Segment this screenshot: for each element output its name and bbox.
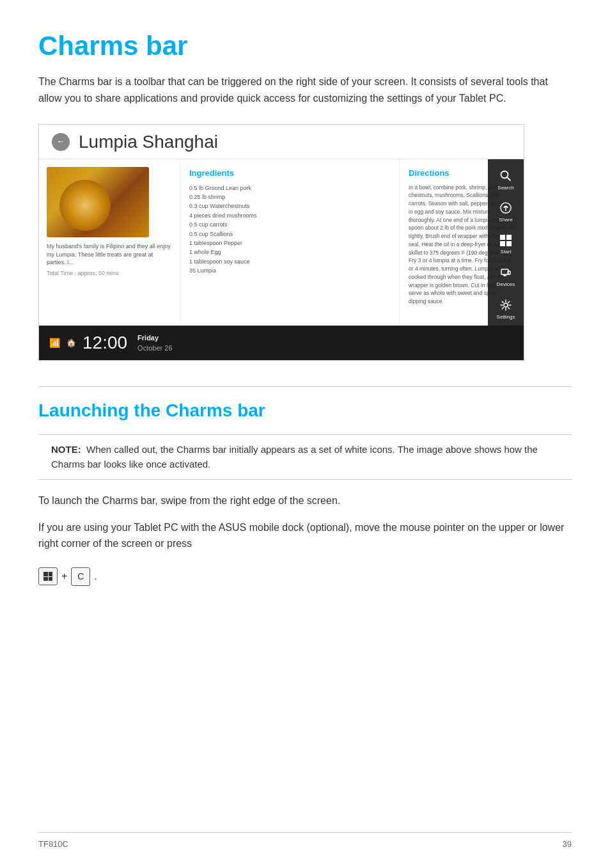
body-paragraph-1: To launch the Charms bar, swipe from the… (38, 493, 572, 509)
ingredients-list: 0.5 lb Ground Lean pork 0.25 lb shrimp 0… (189, 184, 390, 276)
app-title: Lumpia Shanghai (79, 129, 218, 155)
windows-key-icon (43, 572, 52, 581)
ingredients-heading: Ingredients (189, 167, 390, 180)
food-image (47, 167, 149, 237)
date-day: Friday (137, 333, 172, 343)
footer-model: TF810C (38, 838, 68, 851)
note-content: NOTE: When called out, the Charms bar in… (51, 443, 559, 471)
screen-middle-panel: Ingredients 0.5 lb Ground Lean pork 0.25… (180, 159, 399, 326)
ingredient-8: 1 whole Egg (189, 248, 390, 256)
charm-start-label: Start (501, 248, 512, 256)
charm-start: Start (488, 229, 524, 261)
food-description: My husband's family is Filipino and they… (47, 242, 172, 267)
svg-rect-5 (508, 271, 510, 274)
windows-key (38, 567, 58, 585)
period: . (94, 569, 97, 584)
ingredient-7: 1 tablespoon Pepper (189, 239, 390, 248)
plus-symbol: + (61, 569, 67, 584)
status-bar: 📶 🏠 12:00 Friday October 26 (39, 326, 524, 360)
ingredient-10: 35 Lumpia (189, 266, 390, 275)
note-body: When called out, the Charms bar initiall… (51, 444, 538, 470)
charm-share-label: Share (499, 216, 512, 224)
svg-line-1 (507, 177, 510, 180)
c-key: C (71, 567, 90, 586)
key-combo: + C . (38, 567, 97, 586)
charm-devices: Devices (488, 261, 524, 293)
section-heading: Launching the Charms bar (38, 386, 572, 425)
ingredient-5: 0.5 cup carrots (189, 220, 390, 229)
date-display: Friday October 26 (137, 333, 172, 354)
ingredient-2: 0.25 lb shrimp (189, 193, 390, 201)
app-header: ← Lumpia Shanghai (39, 125, 524, 159)
ingredient-9: 1 tablespoon soy sauce (189, 257, 390, 266)
ingredient-4: 4 pieces dried mushrooms (189, 211, 390, 220)
screenshot-mockup: ← Lumpia Shanghai My husband's family is… (38, 124, 524, 361)
ingredient-3: 0.3 cup Waterchestnuts (189, 201, 390, 210)
start-icon (500, 235, 512, 246)
screen-left-panel: My husband's family is Filipino and they… (39, 159, 180, 326)
note-label: NOTE: (51, 444, 81, 455)
charm-settings-label: Settings (497, 313, 515, 321)
date-full: October 26 (137, 343, 172, 354)
signal-icon: 📶 (49, 336, 60, 350)
devices-icon (499, 266, 512, 279)
svg-point-8 (504, 303, 508, 307)
charm-search-label: Search (497, 184, 513, 192)
charm-settings: Settings (488, 294, 524, 326)
charms-bar: Search Share Sta (488, 159, 524, 326)
screen-body: My husband's family is Filipino and they… (39, 159, 524, 326)
page-title: Charms bar (38, 26, 572, 66)
back-button: ← (52, 133, 70, 151)
body-paragraph-2: If you are using your Tablet PC with the… (38, 519, 572, 552)
intro-paragraph: The Charms bar is a toolbar that can be … (38, 74, 572, 106)
total-time: Total Time : approx. 50 mins (47, 269, 172, 278)
charm-search: Search (488, 164, 524, 196)
time-display: 12:00 (82, 329, 127, 356)
note-box: NOTE: When called out, the Charms bar in… (38, 434, 572, 480)
svg-rect-4 (501, 269, 508, 274)
page-footer: TF810C 39 (38, 832, 572, 851)
ingredient-6: 0.5 cup Scallions (189, 230, 390, 239)
footer-page-number: 39 (563, 838, 572, 851)
charm-devices-label: Devices (497, 281, 515, 288)
wifi-icon: 🏠 (66, 337, 76, 349)
share-icon (499, 201, 512, 214)
charm-share: Share (488, 197, 524, 229)
search-icon (499, 170, 512, 182)
settings-icon (499, 299, 512, 312)
ingredient-1: 0.5 lb Ground Lean pork (189, 184, 390, 193)
